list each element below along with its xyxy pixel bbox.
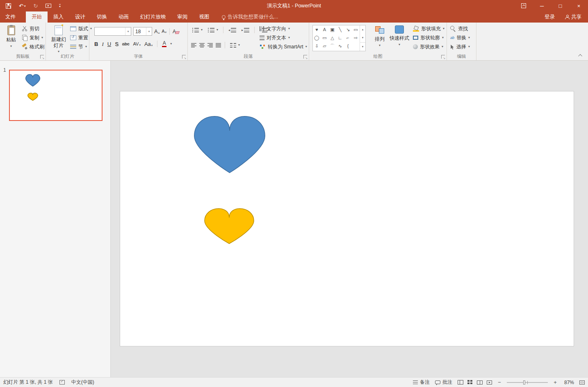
notes-button[interactable]: 备注 bbox=[413, 379, 430, 386]
font-name-combo[interactable]: ▾ bbox=[94, 27, 131, 36]
close-button[interactable]: × bbox=[570, 0, 588, 11]
underline-button[interactable]: U bbox=[107, 41, 111, 47]
font-size-value[interactable]: 18 bbox=[134, 27, 146, 35]
tab-view[interactable]: 视图 bbox=[194, 11, 215, 23]
share-button[interactable]: 共享 bbox=[565, 14, 581, 20]
shape-down-arrow[interactable]: ⇩ bbox=[313, 42, 321, 50]
slide-editing-surface[interactable] bbox=[120, 91, 574, 346]
undo-button[interactable]: ↶▾ bbox=[19, 3, 25, 9]
font-name-value[interactable] bbox=[95, 27, 125, 35]
convert-to-smartart-button[interactable]: 转换为 SmartArt ▾ bbox=[258, 42, 308, 51]
align-text-button[interactable]: 对齐文本 ▾ bbox=[258, 33, 308, 42]
slide-thumbnail[interactable] bbox=[9, 70, 103, 121]
minimize-button[interactable]: ─ bbox=[533, 0, 551, 11]
shape-curve[interactable]: ∿ bbox=[336, 42, 344, 50]
tab-slideshow[interactable]: 幻灯片放映 bbox=[134, 11, 172, 23]
font-dialog-launcher[interactable] bbox=[182, 55, 186, 59]
zoom-level[interactable]: 87% bbox=[563, 380, 574, 385]
shape-effects-button[interactable]: 形状效果 ▾ bbox=[412, 42, 446, 51]
align-center-button[interactable] bbox=[199, 43, 205, 48]
start-from-beginning-button[interactable] bbox=[46, 4, 51, 8]
reading-view-button[interactable] bbox=[477, 380, 483, 385]
section-dropdown-icon[interactable]: ▾ bbox=[85, 45, 87, 48]
shape-triangle[interactable]: △ bbox=[328, 34, 336, 42]
tab-transitions[interactable]: 切换 bbox=[91, 11, 113, 23]
maximize-button[interactable]: □ bbox=[551, 0, 570, 11]
new-slide-dropdown-icon[interactable]: ▾ bbox=[58, 50, 59, 53]
arrange-button[interactable]: 排列 ▾ bbox=[371, 24, 388, 47]
redo-button[interactable]: ↻ bbox=[33, 3, 38, 9]
tab-insert[interactable]: 插入 bbox=[48, 11, 69, 23]
tell-me-box[interactable]: 告诉我您想要做什么... bbox=[222, 11, 278, 23]
select-button[interactable]: 选择 ▾ bbox=[449, 42, 471, 51]
zoom-in-button[interactable]: + bbox=[553, 379, 557, 385]
yellow-heart-shape[interactable] bbox=[201, 207, 258, 246]
numbering-button[interactable]: ▾ bbox=[207, 25, 219, 34]
clipboard-dialog-launcher[interactable] bbox=[40, 55, 44, 59]
character-spacing-button[interactable]: AV▾ bbox=[133, 42, 141, 46]
tab-review[interactable]: 审阅 bbox=[172, 11, 194, 23]
new-slide-button[interactable]: 新建幻灯片 ▾ bbox=[49, 24, 68, 53]
cut-button[interactable]: 剪切 bbox=[21, 24, 46, 33]
replace-button[interactable]: ab 替换 ▾ bbox=[449, 33, 471, 42]
decrease-indent-button[interactable]: ◂ bbox=[227, 25, 237, 34]
shape-brace[interactable]: { bbox=[344, 42, 352, 50]
zoom-slider[interactable] bbox=[507, 382, 548, 383]
shape-arc[interactable]: ⌒ bbox=[328, 42, 336, 50]
tab-design[interactable]: 设计 bbox=[69, 11, 91, 23]
text-shadow-button[interactable]: S bbox=[115, 41, 119, 47]
paragraph-dialog-launcher[interactable] bbox=[303, 55, 307, 59]
shapes-scroll-down-button[interactable]: ▾ bbox=[360, 34, 365, 42]
slideshow-view-button[interactable] bbox=[487, 380, 492, 385]
normal-view-button[interactable] bbox=[458, 380, 463, 385]
zoom-slider-thumb[interactable] bbox=[523, 380, 525, 385]
change-case-button[interactable]: Aa▾ bbox=[144, 41, 153, 47]
font-color-button[interactable]: A bbox=[162, 41, 166, 47]
quick-styles-button[interactable]: 快速样式 ▾ bbox=[389, 24, 410, 46]
tab-animations[interactable]: 动画 bbox=[113, 11, 134, 23]
shapes-scroll-up-button[interactable]: ▴ bbox=[360, 25, 365, 34]
clear-formatting-button[interactable]: A bbox=[173, 29, 179, 34]
find-button[interactable]: 查找 bbox=[449, 24, 471, 33]
drawing-dialog-launcher[interactable] bbox=[441, 55, 445, 59]
shape-elbow-connector[interactable]: ∟ bbox=[336, 34, 344, 42]
shape-oval[interactable]: ◯ bbox=[313, 34, 321, 42]
font-size-dropdown-icon[interactable]: ▾ bbox=[146, 27, 152, 35]
shape-arrow-line[interactable]: ↘ bbox=[344, 25, 352, 34]
tab-file[interactable]: 文件 bbox=[0, 11, 21, 23]
shape-rectangle[interactable]: ▭ bbox=[352, 25, 360, 34]
increase-indent-button[interactable]: ▸ bbox=[240, 25, 251, 34]
text-direction-button[interactable]: 文字方向 ▾ bbox=[258, 24, 308, 33]
font-name-dropdown-icon[interactable]: ▾ bbox=[125, 27, 131, 35]
customize-qat-button[interactable]: ▾ bbox=[59, 4, 61, 8]
strikethrough-button[interactable]: abc bbox=[122, 42, 130, 46]
undo-dropdown-icon[interactable]: ▾ bbox=[24, 5, 26, 7]
shape-fill-button[interactable]: 形状填充 ▾ bbox=[412, 24, 446, 33]
collapse-ribbon-button[interactable] bbox=[577, 53, 584, 58]
paste-dropdown-icon[interactable]: ▾ bbox=[10, 45, 12, 48]
shape-elbow-connector-2[interactable]: ⌐ bbox=[344, 34, 352, 42]
language-indicator[interactable]: 中文(中国) bbox=[71, 379, 94, 386]
signin-button[interactable]: 登录 bbox=[545, 14, 555, 20]
shape-right-arrow[interactable]: ⇨ bbox=[352, 34, 360, 42]
increase-font-button[interactable]: A▴ bbox=[154, 29, 160, 34]
copy-button[interactable]: 复制 ▾ bbox=[21, 33, 46, 42]
fit-slide-to-window-button[interactable] bbox=[579, 380, 585, 385]
spellcheck-icon[interactable] bbox=[59, 380, 65, 385]
shape-rounded-rectangle[interactable]: ▭ bbox=[321, 34, 328, 42]
columns-button[interactable]: ▾ bbox=[229, 41, 241, 50]
ribbon-display-options-button[interactable] bbox=[514, 0, 533, 11]
shape-parallelogram[interactable]: ▱ bbox=[321, 42, 328, 50]
font-size-combo[interactable]: 18 ▾ bbox=[133, 27, 152, 36]
decrease-font-button[interactable]: A▾ bbox=[162, 29, 166, 34]
font-color-dropdown-icon[interactable]: ▾ bbox=[170, 42, 172, 46]
shape-frame[interactable]: ▣ bbox=[328, 25, 336, 34]
shapes-more-button[interactable]: ▾ bbox=[360, 42, 365, 51]
bullets-button[interactable]: ▾ bbox=[191, 25, 204, 34]
comments-button[interactable]: 批注 bbox=[435, 379, 452, 386]
shape-text-box[interactable]: A bbox=[321, 25, 328, 34]
shape-heart[interactable]: ♥ bbox=[313, 25, 321, 34]
justify-button[interactable] bbox=[216, 43, 221, 48]
shape-outline-button[interactable]: 形状轮廓 ▾ bbox=[412, 33, 446, 42]
italic-button[interactable]: I bbox=[102, 41, 103, 47]
